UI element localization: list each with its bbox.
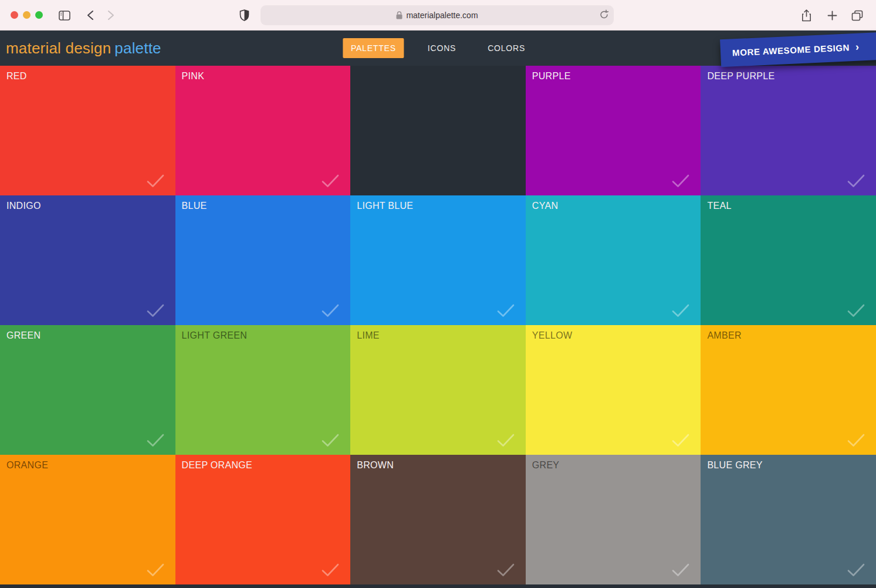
check-icon: [847, 303, 865, 317]
tile-label: PINK: [182, 71, 205, 82]
tab-colors[interactable]: COLORS: [479, 38, 533, 58]
site-logo[interactable]: material designpalette: [6, 39, 161, 58]
color-tile-deep-purple[interactable]: DEEP PURPLE: [701, 66, 876, 195]
color-tile-deep-orange[interactable]: DEEP ORANGE: [175, 455, 351, 584]
check-icon: [147, 174, 164, 188]
check-icon: [322, 303, 339, 317]
check-icon: [672, 303, 689, 317]
color-tile-indigo[interactable]: INDIGO: [0, 195, 175, 325]
tile-label: DEEP ORANGE: [182, 460, 252, 471]
minimize-window-button[interactable]: [23, 11, 31, 19]
browser-chrome: materialpalette.com: [0, 0, 876, 31]
color-tile-purple[interactable]: PURPLE: [526, 66, 701, 195]
tile-label: ORANGE: [6, 460, 48, 471]
color-tile-yellow[interactable]: YELLOW: [526, 325, 701, 455]
tabs-overview-icon: [851, 10, 863, 21]
check-icon: [847, 433, 865, 447]
address-bar[interactable]: materialpalette.com: [261, 5, 614, 25]
color-tile-lime[interactable]: LIME: [350, 325, 526, 455]
check-icon: [672, 433, 689, 447]
tile-label: CYAN: [532, 201, 558, 211]
check-icon: [147, 563, 164, 577]
more-awesome-design-banner[interactable]: MORE AWESOME DESIGN›: [720, 32, 876, 67]
page-bottom-strip: [0, 584, 876, 588]
zoom-window-button[interactable]: [35, 11, 43, 19]
color-tile-pink[interactable]: PINK: [175, 66, 351, 195]
logo-part-2: palette: [114, 39, 161, 57]
forward-button[interactable]: [103, 7, 119, 23]
logo-part-1: material design: [6, 39, 111, 57]
tile-label: RED: [6, 71, 27, 82]
tile-label: TEAL: [707, 201, 731, 211]
palette-grid: REDPINKPURPLEDEEP PURPLEINDIGOBLUELIGHT …: [0, 66, 876, 584]
sidebar-icon: [59, 11, 70, 21]
tab-icons[interactable]: ICONS: [420, 38, 464, 58]
color-tile-amber[interactable]: AMBER: [701, 325, 876, 455]
check-icon: [847, 174, 865, 188]
tile-label: INDIGO: [6, 201, 41, 211]
privacy-report-button[interactable]: [236, 7, 252, 23]
reload-icon[interactable]: [600, 9, 608, 19]
color-tile-blue[interactable]: BLUE: [175, 195, 351, 325]
check-icon: [322, 174, 339, 188]
tile-label: BLUE: [182, 201, 207, 211]
tile-label: LIME: [357, 330, 380, 341]
tile-label: YELLOW: [532, 330, 573, 341]
color-tile-light-green[interactable]: LIGHT GREEN: [175, 325, 351, 455]
close-window-button[interactable]: [11, 11, 18, 19]
check-icon: [147, 433, 164, 447]
forward-chevron-icon: [107, 10, 114, 21]
back-chevron-icon: [87, 10, 94, 21]
chevron-right-icon: ›: [855, 41, 860, 53]
tab-palettes[interactable]: PALETTES: [343, 38, 404, 58]
traffic-lights: [11, 11, 43, 19]
check-icon: [147, 303, 164, 317]
check-icon: [322, 563, 339, 577]
tile-label: LIGHT BLUE: [357, 201, 413, 211]
plus-icon: [827, 11, 837, 21]
share-icon: [801, 9, 811, 22]
check-icon: [847, 563, 865, 577]
tile-label: BROWN: [357, 460, 394, 471]
back-button[interactable]: [82, 7, 99, 23]
new-tab-button[interactable]: [824, 7, 840, 23]
color-tile-orange[interactable]: ORANGE: [0, 455, 175, 584]
shield-icon: [239, 9, 249, 21]
tile-label: LIGHT GREEN: [182, 330, 247, 341]
lock-icon: [396, 11, 403, 19]
tile-label: DEEP PURPLE: [707, 71, 774, 82]
check-icon: [497, 563, 515, 577]
tile-label: PURPLE: [532, 71, 571, 82]
color-tile-grey[interactable]: GREY: [526, 455, 701, 584]
share-button[interactable]: [798, 7, 814, 23]
url-text: materialpalette.com: [406, 11, 478, 20]
banner-label: MORE AWESOME DESIGN: [732, 42, 850, 58]
sidebar-toggle-button[interactable]: [56, 7, 73, 23]
tab-overview-button[interactable]: [849, 7, 865, 23]
site-header: material designpalette PALETTES ICONS CO…: [0, 31, 876, 66]
color-tile-light-blue[interactable]: LIGHT BLUE: [350, 195, 526, 325]
check-icon: [672, 174, 689, 188]
tile-label: GREY: [532, 460, 560, 471]
color-tile-cyan[interactable]: CYAN: [526, 195, 701, 325]
color-tile-red[interactable]: RED: [0, 66, 175, 195]
empty-tile: [350, 66, 526, 195]
color-tile-blue-grey[interactable]: BLUE GREY: [701, 455, 876, 584]
color-tile-green[interactable]: GREEN: [0, 325, 175, 455]
check-icon: [497, 303, 515, 317]
main-nav: PALETTES ICONS COLORS: [343, 38, 533, 58]
tile-label: AMBER: [707, 330, 741, 341]
check-icon: [322, 433, 339, 447]
check-icon: [672, 563, 689, 577]
color-tile-teal[interactable]: TEAL: [701, 195, 876, 325]
color-tile-brown[interactable]: BROWN: [350, 455, 526, 584]
tile-label: GREEN: [6, 330, 40, 341]
tile-label: BLUE GREY: [707, 460, 762, 471]
check-icon: [497, 433, 515, 447]
